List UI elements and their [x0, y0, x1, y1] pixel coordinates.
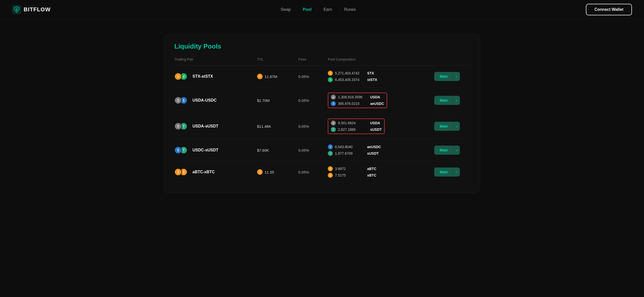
- comp-token: sUSDT: [367, 151, 379, 155]
- comp-icon: ◎: [331, 120, 336, 125]
- fees-value: 0.05%: [298, 74, 309, 79]
- comp-row: ◎ 1,308,919.3596 USDA: [331, 95, 384, 100]
- comp-row: S 5,271,403.4742 STX: [328, 71, 434, 76]
- composition-cell: ◎ 1,308,919.3596 USDA $ 385,976.0215 aeU…: [328, 88, 434, 113]
- tvl-value: $7.60K: [257, 148, 269, 152]
- pair-cell: $ T USDA-sUSDT: [174, 113, 257, 139]
- main-button[interactable]: Main: [434, 167, 453, 177]
- nav-swap[interactable]: Swap: [281, 7, 291, 12]
- connect-wallet-button[interactable]: Connect Wallet: [586, 4, 632, 15]
- comp-row: ₿ 7.5175 xBTC: [328, 173, 434, 178]
- comp-row: $ 6,543.8040 aeUSDC: [328, 144, 434, 149]
- comp-row: ₿ 3.8972 aBTC: [328, 166, 434, 171]
- comp-token: STX: [367, 71, 374, 75]
- fees-value: 0.05%: [298, 98, 309, 103]
- comp-icon: ₿: [328, 166, 333, 171]
- tvl-cell: $7.60K: [257, 139, 298, 161]
- fees-cell: 0.05%: [298, 66, 328, 88]
- highlighted-composition: ◎ 1,308,919.3596 USDA $ 385,976.0215 aeU…: [328, 93, 387, 108]
- action-cell: Main ›: [434, 66, 470, 88]
- comp-row: T 2,827.1886 sUSDT: [331, 127, 382, 132]
- tvl-icon: ₿: [257, 169, 263, 175]
- composition-content: S 5,271,403.4742 STX ⚡ 6,453,405.3374 st…: [328, 71, 434, 82]
- tvl-cell: $11.46K: [257, 113, 298, 139]
- fees-value: 0.05%: [298, 170, 309, 174]
- main-button[interactable]: Main: [434, 122, 453, 131]
- logo-text: BITFLOW: [24, 6, 51, 13]
- main-button[interactable]: Main: [434, 96, 453, 105]
- tvl-value: $11.46K: [257, 124, 271, 129]
- comp-token: sUSDT: [370, 128, 382, 132]
- tvl-cell: $1.70M: [257, 88, 298, 113]
- pair-icon1: $: [174, 97, 182, 104]
- col-header-action: [434, 57, 470, 66]
- logo-icon: [12, 5, 21, 14]
- comp-amount: 1,308,919.3596: [338, 95, 368, 99]
- arrow-button[interactable]: ›: [453, 122, 460, 131]
- col-header-tvl: TVL: [257, 57, 298, 66]
- tvl-icon: S: [257, 74, 263, 79]
- nav-links: Swap Pool Earn Runes: [281, 7, 356, 12]
- tvl-value: $1.70M: [257, 98, 270, 103]
- main-button[interactable]: Main: [434, 72, 453, 81]
- comp-icon: S: [328, 71, 333, 76]
- table-row: S ⚡ STX-stSTX S11.67M0.05% S 5,271,403.4…: [174, 66, 470, 88]
- logo: BITFLOW: [12, 5, 51, 14]
- fees-cell: 0.05%: [298, 161, 328, 183]
- comp-amount: 5,271,403.4742: [335, 71, 365, 75]
- comp-amount: 385,976.0215: [338, 102, 368, 106]
- table-row: $ $ USDA-USDC $1.70M0.05% ◎ 1,308,919.35…: [174, 88, 470, 113]
- pair-name: STX-stSTX: [192, 74, 213, 79]
- comp-icon: ₿: [328, 173, 333, 178]
- arrow-button[interactable]: ›: [453, 96, 460, 105]
- comp-token: aBTC: [367, 167, 376, 171]
- pair-name: aBTC-xBTC: [192, 170, 215, 174]
- arrow-button[interactable]: ›: [453, 72, 460, 81]
- comp-row: T 1,977.6709 sUSDT: [328, 151, 434, 156]
- composition-cell: $ 6,543.8040 aeUSDC T 1,977.6709 sUSDT: [328, 139, 434, 161]
- pair-icon1: $: [174, 146, 182, 154]
- composition-content: $ 6,543.8040 aeUSDC T 1,977.6709 sUSDT: [328, 144, 434, 156]
- pair-cell: S ⚡ STX-stSTX: [174, 66, 257, 88]
- pool-table: Trading Pair TVL Fees Pool Composition S…: [174, 57, 470, 183]
- pair-icon1: ₿: [174, 168, 182, 176]
- comp-token: USDA: [370, 121, 380, 125]
- pair-name: USDA-sUSDT: [192, 124, 218, 129]
- pair-name: USDA-USDC: [192, 98, 217, 103]
- comp-amount: 6,543.8040: [335, 145, 365, 149]
- comp-token: USDA: [370, 95, 380, 99]
- comp-icon: ◎: [331, 95, 336, 100]
- composition-cell: ◎ 9,501.6824 USDA T 2,827.1886 sUSDT: [328, 113, 434, 139]
- col-header-composition: Pool Composition: [328, 57, 434, 66]
- comp-token: aeUSDC: [367, 145, 381, 149]
- table-row: $ T USDC-sUSDT $7.60K0.05% $ 6,543.8040 …: [174, 139, 470, 161]
- table-row: $ T USDA-sUSDT $11.46K0.05% ◎ 9,501.6824…: [174, 113, 470, 139]
- comp-amount: 9,501.6824: [338, 121, 368, 125]
- pair-cell: ₿ ₿ aBTC-xBTC: [174, 161, 257, 183]
- table-row: ₿ ₿ aBTC-xBTC ₿11.350.05% ₿ 3.8972 aBTC …: [174, 161, 470, 183]
- arrow-button[interactable]: ›: [453, 146, 460, 155]
- arrow-button[interactable]: ›: [453, 167, 460, 177]
- fees-cell: 0.05%: [298, 113, 328, 139]
- liquidity-pools-card: Liquidity Pools Trading Pair TVL Fees Po…: [164, 34, 480, 193]
- comp-amount: 2,827.1886: [338, 128, 368, 132]
- comp-amount: 1,977.6709: [335, 151, 365, 155]
- nav-earn[interactable]: Earn: [324, 7, 332, 12]
- tvl-cell: S11.67M: [257, 66, 298, 88]
- main-button[interactable]: Main: [434, 146, 453, 155]
- comp-row: ⚡ 6,453,405.3374 stSTX: [328, 77, 434, 82]
- svg-point-1: [16, 9, 17, 11]
- tvl-cell: ₿11.35: [257, 161, 298, 183]
- comp-icon: $: [331, 101, 336, 106]
- comp-icon: T: [328, 151, 333, 156]
- action-cell: Main ›: [434, 88, 470, 113]
- pair-name: USDC-sUSDT: [192, 148, 218, 152]
- nav-runes[interactable]: Runes: [344, 7, 356, 12]
- nav-pool[interactable]: Pool: [303, 7, 312, 12]
- comp-icon: $: [328, 144, 333, 149]
- composition-content: ₿ 3.8972 aBTC ₿ 7.5175 xBTC: [328, 166, 434, 178]
- action-cell: Main ›: [434, 139, 470, 161]
- pair-icon1: $: [174, 122, 182, 130]
- action-cell: Main ›: [434, 161, 470, 183]
- highlighted-composition: ◎ 9,501.6824 USDA T 2,827.1886 sUSDT: [328, 118, 385, 134]
